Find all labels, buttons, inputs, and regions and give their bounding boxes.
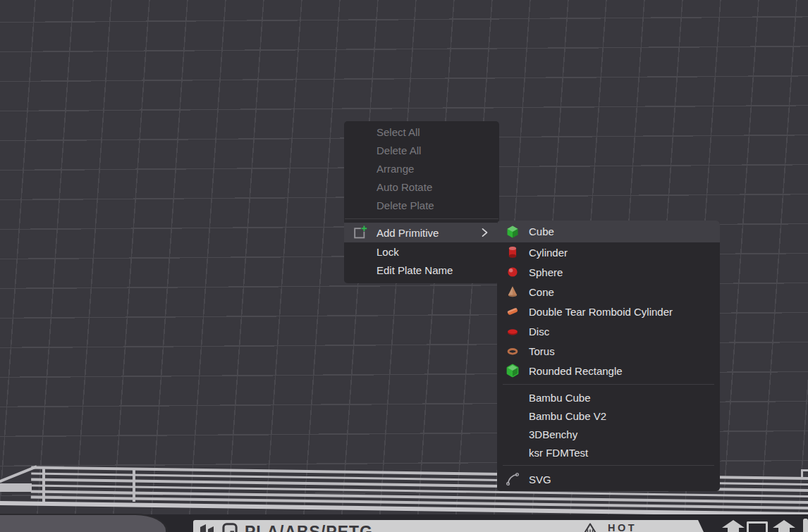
plate-corner-bracket: [801, 469, 803, 479]
disc-icon: [505, 323, 520, 339]
menu-item-label: Select All: [377, 126, 420, 138]
add-primitive-submenu: Cube Cylinder Sphere Double Tear Romboid…: [497, 221, 720, 491]
submenu-separator: [503, 384, 714, 385]
plate-handle-bar: [803, 519, 808, 532]
submenu-item-label: Bambu Cube V2: [529, 410, 606, 422]
submenu-item-label: 3DBenchy: [529, 428, 577, 440]
submenu-item-label: ksr FDMTest: [529, 447, 588, 459]
submenu-chevron-icon: [478, 226, 491, 239]
submenu-item-svg[interactable]: SVG: [497, 469, 720, 489]
menu-item-select-all: Select All: [344, 123, 499, 141]
double-tear-romboid-cylinder-icon: [505, 304, 520, 319]
bezier-curve-icon: [505, 471, 520, 487]
submenu-item-cone[interactable]: Double Tear Romboid Cylinder Cone: [497, 282, 720, 302]
submenu-item-torus[interactable]: Torus: [497, 341, 720, 361]
menu-separator: [345, 218, 498, 219]
submenu-item-label: Double Tear Romboid Cylinder: [529, 306, 673, 318]
hot-warning-icon: [582, 522, 599, 532]
arrow-up-icon: [771, 520, 797, 532]
plate-label-bar: PLA/ABS/PETG HOT: [193, 520, 704, 532]
cube-icon: [505, 224, 520, 240]
add-primitive-icon: [353, 225, 368, 240]
submenu-item-ksr-fdmtest[interactable]: ksr FDMTest: [497, 443, 720, 462]
menu-item-arrange: Arrange: [344, 159, 499, 178]
submenu-item-cube[interactable]: Cube: [497, 221, 720, 242]
plate-hot-label: HOT: [608, 522, 637, 532]
submenu-item-disc[interactable]: Disc: [497, 321, 720, 341]
plate-handle-square-icon: [747, 521, 768, 532]
menu-item-label: Delete Plate: [377, 199, 434, 211]
submenu-item-sphere[interactable]: Sphere: [497, 262, 720, 282]
plate-edge-tick: [42, 467, 45, 502]
submenu-item-label: Bambu Cube: [529, 392, 591, 404]
submenu-item-label: Cube: [529, 225, 554, 237]
plate-edge-block: [0, 483, 32, 492]
plate-material-label: PLA/ABS/PETG: [245, 523, 373, 532]
rounded-rectangle-icon: [505, 363, 520, 378]
menu-item-label: Delete All: [377, 144, 421, 156]
submenu-item-cylinder[interactable]: Cylinder: [497, 242, 720, 262]
submenu-item-label: Torus: [529, 345, 555, 357]
plate-front-corner: [0, 514, 168, 532]
menu-item-lock[interactable]: Lock: [344, 242, 499, 261]
bambu-logo-icon: [199, 523, 217, 532]
menu-item-label: Auto Rotate: [377, 181, 432, 193]
menu-item-add-primitive[interactable]: Add Primitive: [344, 223, 499, 242]
menu-item-label: Lock: [377, 246, 399, 258]
submenu-item-double-tear-romboid-cylinder[interactable]: Double Tear Romboid Cylinder: [497, 302, 720, 321]
menu-item-delete-plate: Delete Plate: [344, 196, 499, 214]
submenu-item-label: Cone: [529, 286, 554, 298]
menu-item-auto-rotate: Auto Rotate: [344, 178, 499, 196]
menu-item-label: Arrange: [377, 163, 414, 175]
submenu-item-label: Sphere: [529, 266, 563, 278]
menu-item-label: Edit Plate Name: [377, 264, 453, 276]
submenu-item-label: Disc: [529, 326, 549, 338]
submenu-item-bambu-cube[interactable]: Bambu Cube: [497, 388, 720, 407]
torus-icon: [505, 343, 520, 359]
submenu-item-label: Rounded Rectangle: [529, 365, 623, 377]
submenu-separator: [503, 465, 714, 466]
cone-icon: [505, 284, 520, 299]
menu-item-label: Add Primitive: [377, 227, 439, 239]
submenu-item-bambu-cube-v2[interactable]: Bambu Cube V2: [497, 407, 720, 425]
menu-item-delete-all: Delete All: [344, 141, 499, 159]
submenu-item-label: SVG: [529, 474, 551, 485]
plate-edge-tick: [133, 468, 135, 502]
plate-context-menu: Select All Delete All Arrange Auto Rotat…: [344, 121, 499, 283]
menu-item-edit-plate-name[interactable]: Edit Plate Name: [344, 261, 499, 280]
arrow-up-icon: [721, 520, 746, 532]
submenu-item-rounded-rectangle[interactable]: Rounded Rectangle: [497, 361, 720, 381]
submenu-item-3dbenchy[interactable]: 3DBenchy: [497, 425, 720, 443]
plate-brand-icon: [221, 523, 239, 532]
sphere-icon: [505, 264, 520, 280]
submenu-item-label: Cylinder: [529, 247, 568, 259]
cylinder-icon: [505, 245, 520, 260]
